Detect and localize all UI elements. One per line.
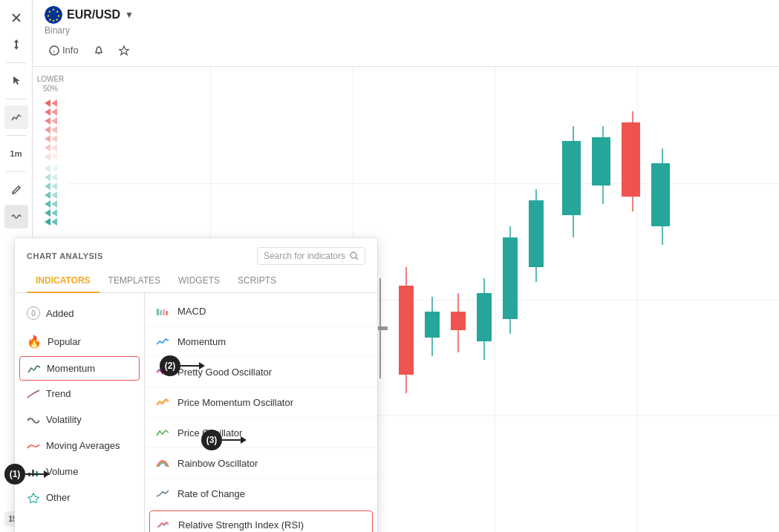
annotation-3: (3) — [201, 430, 222, 450]
svg-rect-24 — [451, 312, 466, 330]
svg-point-39 — [351, 252, 356, 258]
svg-rect-32 — [562, 141, 581, 215]
pair-dropdown[interactable]: ▼ — [125, 10, 134, 20]
svg-point-7 — [53, 20, 54, 22]
momentum-ind-icon — [155, 334, 170, 349]
search-icon — [350, 252, 359, 260]
panel-search[interactable]: Search for indicators — [257, 247, 365, 265]
toolbar-separator-3 — [6, 135, 27, 136]
svg-point-9 — [48, 15, 49, 16]
svg-rect-26 — [477, 293, 492, 341]
panel-header: CHART ANALYSIS Search for indicators — [15, 238, 377, 269]
svg-rect-47 — [163, 309, 165, 315]
alert-button[interactable] — [89, 42, 108, 59]
svg-marker-14 — [119, 46, 128, 55]
moving-averages-label: Moving Averages — [46, 440, 120, 451]
sidebar-item-added[interactable]: 0 Added — [15, 299, 144, 327]
tab-widgets[interactable]: WIDGETS — [169, 269, 229, 293]
svg-marker-44 — [28, 493, 39, 502]
annotation-1: (1) — [4, 464, 25, 485]
price-momentum-icon — [155, 395, 170, 410]
panel-tabs: INDICATORS TEMPLATES WIDGETS SCRIPTS — [15, 269, 377, 293]
popular-label: Popular — [48, 336, 81, 347]
pen-button[interactable] — [4, 178, 28, 202]
pair-info: EUR/USD ▼ Binary i Info — [45, 6, 134, 59]
rsi-name: Relative Strength Index (RSI) — [178, 519, 304, 531]
rate-of-change-icon — [155, 486, 170, 501]
indicator-rainbow[interactable]: Rainbow Oscillator — [145, 448, 377, 479]
tab-indicators[interactable]: INDICATORS — [27, 269, 100, 293]
close-button[interactable] — [4, 6, 28, 30]
tab-templates[interactable]: TEMPLATES — [100, 269, 169, 293]
arrows-button[interactable] — [4, 33, 28, 56]
pair-flag — [45, 6, 62, 24]
panel-left-nav: 0 Added 🔥 Popular Momentum — [15, 293, 145, 532]
svg-text:i: i — [53, 48, 55, 55]
sidebar-item-moving-averages[interactable]: Moving Averages — [15, 433, 144, 459]
sidebar-item-trend[interactable]: Trend — [15, 381, 144, 407]
svg-point-5 — [58, 15, 59, 16]
svg-point-8 — [49, 19, 50, 20]
toolbar-separator-2 — [6, 99, 27, 99]
rate-of-change-name: Rate of Change — [177, 488, 245, 499]
sidebar-item-volatility[interactable]: Volatility — [15, 407, 144, 433]
svg-point-4 — [56, 11, 58, 13]
trend-icon — [27, 389, 40, 399]
svg-rect-48 — [166, 311, 168, 315]
momentum-label: Momentum — [47, 363, 95, 374]
header-actions: i Info — [45, 42, 134, 59]
info-button[interactable]: i Info — [45, 42, 83, 59]
rainbow-icon — [155, 456, 170, 470]
volatility-label: Volatility — [46, 414, 82, 425]
trend-label: Trend — [46, 388, 71, 399]
sidebar-item-popular[interactable]: 🔥 Popular — [15, 327, 144, 356]
svg-line-40 — [356, 257, 358, 260]
timeframe-1m-button[interactable]: 1m — [4, 142, 28, 165]
volume-label: Volume — [46, 466, 78, 477]
indicators-button[interactable] — [4, 105, 28, 129]
popular-icon: 🔥 — [27, 335, 42, 349]
sidebar-item-other[interactable]: Other — [15, 485, 144, 510]
momentum-icon — [27, 364, 41, 374]
price-oscillator-icon — [155, 425, 170, 440]
annotation-3-group: (3) — [201, 430, 247, 450]
svg-rect-30 — [529, 200, 544, 267]
indicator-momentum[interactable]: Momentum — [145, 326, 377, 357]
chart-analysis-panel: CHART ANALYSIS Search for indicators IND… — [14, 237, 378, 532]
svg-point-3 — [53, 9, 54, 10]
rsi-icon — [156, 517, 171, 532]
indicator-rsi[interactable]: Relative Strength Index (RSI) — [149, 510, 373, 532]
macd-icon — [155, 303, 170, 318]
svg-rect-46 — [160, 310, 162, 315]
indicator-rate-of-change[interactable]: Rate of Change — [145, 479, 377, 509]
cursor-button[interactable] — [4, 69, 28, 93]
info-label: Info — [62, 45, 79, 56]
annotation-1-group: (1) — [4, 464, 50, 485]
pair-type: Binary — [45, 25, 134, 36]
pair-row: EUR/USD ▼ — [45, 6, 134, 24]
other-label: Other — [46, 492, 71, 503]
moving-averages-icon — [27, 441, 40, 451]
svg-rect-34 — [592, 137, 610, 185]
tab-scripts[interactable]: SCRIPTS — [229, 269, 285, 293]
annotation-2-group: (2) — [160, 355, 205, 376]
indicator-price-oscillator[interactable]: Price Oscillator — [145, 418, 377, 448]
oscillator-button[interactable] — [4, 205, 28, 229]
annotation-3-line — [222, 439, 241, 441]
svg-rect-22 — [425, 312, 440, 338]
other-icon — [27, 493, 40, 503]
indicator-price-momentum[interactable]: Price Momentum Oscillator — [145, 387, 377, 418]
added-label: Added — [46, 308, 74, 319]
svg-point-10 — [49, 11, 50, 13]
annotation-2-line — [180, 365, 199, 367]
top-header: EUR/USD ▼ Binary i Info — [33, 0, 779, 67]
toolbar-separator-4 — [6, 171, 27, 172]
macd-name: MACD — [177, 306, 206, 317]
annotation-2-arrow — [199, 362, 205, 370]
sidebar-item-momentum[interactable]: Momentum — [19, 356, 140, 381]
pair-name: EUR/USD — [67, 8, 120, 22]
annotation-1-line — [25, 473, 44, 475]
favorite-button[interactable] — [114, 42, 134, 59]
annotation-1-arrow — [44, 470, 50, 478]
indicator-macd[interactable]: MACD — [145, 296, 377, 326]
